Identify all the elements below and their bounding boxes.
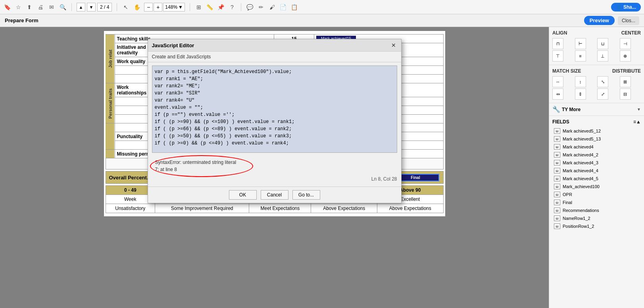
upload-icon[interactable]: ⬆	[25, 3, 33, 11]
align-center-v-button[interactable]: ⊢	[575, 38, 586, 49]
field-label: NameRow1_2	[563, 216, 590, 221]
field-label: OPR	[563, 192, 572, 197]
field-icon: Ш	[554, 184, 560, 189]
field-item[interactable]: Ш Mark achieved4_2	[552, 151, 641, 159]
preview-button[interactable]: Preview	[584, 16, 615, 25]
cancel-button[interactable]: Cancel	[261, 190, 288, 200]
field-icon: Ш	[554, 200, 560, 205]
print-icon[interactable]: 🖨	[37, 3, 44, 11]
prev-page-button[interactable]: ▲	[77, 3, 85, 12]
align-right-button[interactable]: ⊔	[597, 38, 608, 49]
field-icon: Ш	[554, 176, 560, 181]
dist-3-button[interactable]: ⤢	[597, 89, 608, 100]
zoom-control: − + 148% ▼	[144, 3, 185, 12]
modal-header: JavaScript Editor ✕	[148, 39, 401, 52]
bookmark-icon[interactable]: 🔖	[3, 3, 11, 11]
page-nav: ▲ ▼ 2 / 4	[77, 3, 112, 12]
field-item[interactable]: Ш Mark achieved5_12	[552, 127, 641, 135]
field-label: Recommendations	[563, 208, 599, 213]
comment-icon[interactable]: 💬	[246, 3, 254, 11]
doc1-icon[interactable]: 📄	[279, 3, 287, 11]
brush-icon[interactable]: 🖌	[268, 3, 276, 11]
right-panel: ALIGN CENTER ⊓ ⊢ ⊔ ⊣ ⊤ ≡ ⊥ ⊕ MATCH SIZE …	[549, 27, 644, 308]
match-size-title: MATCH SIZE	[552, 68, 581, 74]
cursor-icon[interactable]: ↖	[122, 3, 130, 11]
dist-4-button[interactable]: ⊟	[620, 89, 631, 100]
main-layout: Job relat Teaching skills 15 Mark achiev…	[0, 27, 644, 308]
align-top-button[interactable]: ⊤	[552, 50, 563, 62]
share-button[interactable]: 👤 Sha...	[611, 3, 641, 12]
field-item[interactable]: Ш OPR	[552, 191, 641, 198]
prepare-bar: Prepare Form Preview Clos...	[0, 14, 644, 27]
field-label: Mark_achieved100	[563, 184, 600, 189]
fields-section: FIELDS ≡▲ Ш Mark achieved5_12 Ш Mark ach…	[549, 116, 644, 308]
dist-h-button[interactable]: ⇔	[552, 89, 563, 100]
field-icon: Ш	[554, 216, 560, 221]
goto-button[interactable]: Go to...	[292, 190, 320, 200]
fields-sort-icon[interactable]: ≡▲	[633, 119, 641, 125]
modal-footer: OK Cancel Go to...	[148, 187, 401, 203]
field-item[interactable]: Ш Final	[552, 198, 641, 206]
field-item[interactable]: Ш Mark achieved5_13	[552, 135, 641, 143]
share-icon: 👤	[616, 4, 622, 10]
pdf-area: Job relat Teaching skills 15 Mark achiev…	[0, 27, 549, 308]
center-h-button[interactable]: ⊕	[620, 50, 631, 62]
dist-v-button[interactable]: ⇕	[575, 89, 586, 100]
doc2-icon[interactable]: 📋	[290, 3, 298, 11]
field-icon: Ш	[554, 192, 560, 197]
pin-icon[interactable]: 📌	[217, 3, 225, 11]
expand-more-button[interactable]: ▼	[637, 107, 641, 112]
mail-icon[interactable]: ✉	[48, 3, 56, 11]
field-icon: Ш	[554, 223, 560, 229]
zoom-out-button[interactable]: −	[144, 3, 153, 12]
field-item[interactable]: Ш PositionRow1_2	[552, 222, 641, 230]
form-icon[interactable]: ⊞	[195, 3, 203, 11]
code-editor[interactable]: var p = this.getField("Mark_Achieved100"…	[152, 65, 397, 153]
align-title: ALIGN	[552, 30, 567, 36]
field-label: Final	[563, 200, 572, 205]
ruler-icon[interactable]: 📏	[206, 3, 214, 11]
field-item[interactable]: Ш Recommendations	[552, 206, 641, 214]
field-label: Mark achieved4	[563, 144, 594, 149]
top-toolbar: 🔖 ☆ ⬆ 🖨 ✉ 🔍 ▲ ▼ 2 / 4 ↖ ✋ − + 148% ▼ ⊞ 📏…	[0, 0, 644, 14]
field-item[interactable]: Ш NameRow1_2	[552, 214, 641, 222]
next-page-button[interactable]: ▼	[87, 3, 96, 12]
modal-close-button[interactable]: ✕	[390, 42, 397, 49]
align-bottom-button[interactable]: ⊥	[597, 50, 608, 62]
line-col: Ln 8, Col 28	[152, 175, 397, 183]
separator1	[71, 3, 72, 11]
field-item[interactable]: Ш Mark achieved4_5	[552, 175, 641, 183]
close-button[interactable]: Clos...	[618, 16, 639, 25]
search-icon[interactable]: 🔍	[59, 3, 67, 11]
match-width-button[interactable]: ↔	[552, 76, 563, 87]
hand-icon[interactable]: ✋	[133, 3, 141, 11]
field-item[interactable]: Ш Mark achieved4	[552, 143, 641, 151]
field-item[interactable]: Ш Mark achieved4_4	[552, 167, 641, 175]
align-middle-button[interactable]: ≡	[575, 50, 586, 62]
field-label: Mark achieved5_13	[563, 137, 601, 141]
ok-button[interactable]: OK	[229, 190, 257, 200]
pen-icon[interactable]: ✏	[257, 3, 265, 11]
more-tools-icon: 🔧	[552, 106, 560, 113]
match-height-button[interactable]: ↕	[575, 76, 586, 87]
field-label: Mark achieved4_3	[563, 160, 598, 165]
field-item[interactable]: Ш Mark_achieved100	[552, 183, 641, 191]
align-left-top-button[interactable]: ⊓	[552, 38, 563, 49]
fields-list: Ш Mark achieved5_12 Ш Mark achieved5_13 …	[552, 127, 641, 230]
page-info: 2 / 4	[97, 3, 112, 12]
help-icon[interactable]: ?	[228, 3, 236, 11]
field-icon: Ш	[554, 208, 560, 213]
star-icon[interactable]: ☆	[14, 3, 22, 11]
separator2	[117, 3, 117, 11]
zoom-in-button[interactable]: +	[154, 3, 162, 12]
field-icon: Ш	[554, 160, 560, 166]
modal-overlay: JavaScript Editor ✕ Create and Edit Java…	[0, 27, 549, 308]
field-icon: Ш	[554, 128, 560, 134]
zoom-value: 148% ▼	[163, 3, 185, 12]
field-label: Mark achieved5_12	[563, 129, 601, 133]
match-both-button[interactable]: ⤡	[597, 76, 608, 87]
align-right2-button[interactable]: ⊣	[620, 38, 631, 49]
field-label: Mark achieved4_2	[563, 152, 598, 157]
field-item[interactable]: Ш Mark achieved4_3	[552, 159, 641, 167]
match-4-button[interactable]: ⊞	[620, 76, 631, 87]
